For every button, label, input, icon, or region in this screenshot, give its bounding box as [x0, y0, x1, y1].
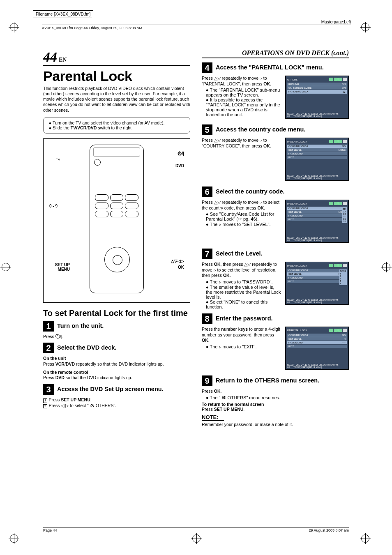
step-1: 1 Turn on the unit.	[43, 321, 190, 332]
footer: Page 44 29 August 2003 8:07 am	[43, 527, 349, 532]
remote-label-num: 0 - 9	[49, 204, 58, 208]
registration-mark-icon	[2, 263, 10, 271]
step-number: 9	[202, 375, 212, 386]
page-number: 44EN	[43, 49, 67, 64]
osd-screenshot: PARENTAL LOCKCOUNTRY CODEGBSET LEVELNONE…	[285, 262, 349, 305]
intro-text: This function restricts playback of DVD …	[43, 86, 190, 113]
remote-outline	[90, 145, 144, 293]
step-body: Press /|.	[43, 334, 190, 340]
remote-dpad-icon	[104, 247, 130, 272]
step-6: 6Select the country code.PARENTAL LOCKCO…	[202, 187, 349, 245]
step-number: 6	[202, 187, 212, 197]
step-subbody: Press DVD so that the DVD indicator ligh…	[43, 375, 190, 381]
remote-label-power: ⏻/|	[178, 151, 184, 156]
osd-screenshot: PARENTAL LOCKCOUNTRY CODEGBSET LEVELNONE…	[285, 138, 349, 181]
step-5: 5Access the country code menu.PARENTAL L…	[202, 124, 349, 183]
step-title: Select the Level.	[216, 249, 263, 257]
note-body: Remember your password, or make a note o…	[202, 422, 349, 427]
step-3: 3 Access the DVD Set Up screen menu.	[43, 384, 190, 395]
step-2: 2 Select the DVD deck.	[43, 343, 190, 353]
osd-screenshot: PARENTAL LOCKCOUNTRY CODEGBSET LEVEL4PAS…	[285, 327, 349, 370]
step-title: Return to the OTHERS menu screen.	[216, 375, 319, 384]
remote-label-arrows: △▽◁▷	[171, 259, 184, 263]
step-number: 1	[43, 321, 54, 332]
step-4: 4Access the "PARENTAL LOCK" menu.OTHERSR…	[202, 62, 349, 121]
registration-mark-icon	[10, 23, 18, 31]
filename-box: Filename [XV3EX_08DVD.fm]	[33, 10, 93, 18]
step-title: Access the country code menu.	[216, 124, 305, 133]
footer-stamp: 29 August 2003 8:07 am	[309, 528, 349, 532]
step-tail: To return to the normal screenPress SET …	[202, 402, 349, 412]
step-title: Access the "PARENTAL LOCK" menu.	[216, 62, 324, 71]
prep-item: Turn on the TV and select the video chan…	[53, 120, 186, 125]
step-number: 5	[202, 124, 212, 135]
remote-label-setup: SET UP MENU	[49, 263, 70, 272]
prep-item: Slide the TV/VCR/DVD switch to the right…	[53, 125, 186, 130]
step-7: 7Select the Level.PARENTAL LOCKCOUNTRY C…	[202, 249, 349, 310]
osd-screenshot: OTHERSRESUMEONON SCREEN GUIDEONPARENTAL …	[285, 76, 349, 119]
registration-mark-icon	[382, 263, 390, 271]
masterpage-label: Masterpage:Left	[321, 20, 351, 24]
step-title: Access the DVD Set Up screen menu.	[57, 384, 164, 393]
bullet-item: The " 🛠 OTHERS" menu resumes.	[206, 395, 349, 400]
step-title: Select the country code.	[216, 187, 285, 195]
remote-label-dvd: DVD	[175, 164, 184, 168]
remote-label-tv: TV	[56, 158, 60, 161]
preparation-box: Turn on the TV and select the video chan…	[43, 117, 190, 134]
step-line: 1Press SET UP MENU.	[43, 397, 190, 403]
step-subbody: Press VCR/DVD repeatedly so that the DVD…	[43, 362, 190, 367]
registration-mark-icon	[361, 534, 369, 543]
page-number-suffix: EN	[59, 57, 67, 63]
step-body: Press OK.	[202, 389, 349, 394]
page-number-value: 44	[43, 49, 57, 64]
step-number: 3	[43, 384, 54, 395]
main-title: Parental Lock	[43, 68, 190, 84]
step-number: 8	[202, 313, 212, 324]
remote-label-ok: OK	[178, 265, 184, 269]
step-subhead: On the unit	[43, 356, 190, 362]
step-subhead: On the remote control	[43, 370, 190, 375]
remote-numpad-icon	[95, 194, 138, 217]
remote-switch-icon	[93, 147, 140, 157]
registration-mark-icon	[10, 534, 18, 543]
step-bullets: The " 🛠 OTHERS" menu resumes.	[202, 395, 349, 400]
remote-button-icon	[94, 159, 101, 166]
registration-mark-icon	[192, 534, 201, 543]
registration-mark-icon	[361, 23, 369, 31]
step-number: 4	[202, 62, 212, 73]
step-title: Turn on the unit.	[57, 321, 104, 329]
remote-figure: ⏻/| DVD 0 - 9 △▽◁▷ OK SET UP MENU TV	[43, 138, 190, 303]
step-title: Enter the password.	[216, 313, 273, 322]
step-8: 8Enter the password.PARENTAL LOCKCOUNTRY…	[202, 313, 349, 372]
power-icon	[55, 334, 60, 339]
step-line: 2Press ◁ ▷ to select " 🛠 OTHERS".	[43, 403, 190, 409]
header-stamp: XV3EX_08DVD.fm Page 44 Friday, August 29…	[42, 25, 351, 30]
operations-header: OPERATIONS ON DVD DECK (cont.)	[202, 49, 349, 58]
note-heading: NOTE:	[202, 414, 224, 421]
osd-screenshot: PARENTAL LOCKCOUNTRY CODEGBSET LEVELNONE…	[285, 200, 349, 243]
step-title: Select the DVD deck.	[57, 343, 116, 351]
step-number: 7	[202, 249, 212, 259]
subheading: To set Parental Lock for the first time	[43, 309, 190, 318]
footer-page: Page 44	[43, 528, 57, 532]
step-9: 9Return to the OTHERS menu screen.Press …	[202, 375, 349, 412]
step-number: 2	[43, 343, 54, 353]
